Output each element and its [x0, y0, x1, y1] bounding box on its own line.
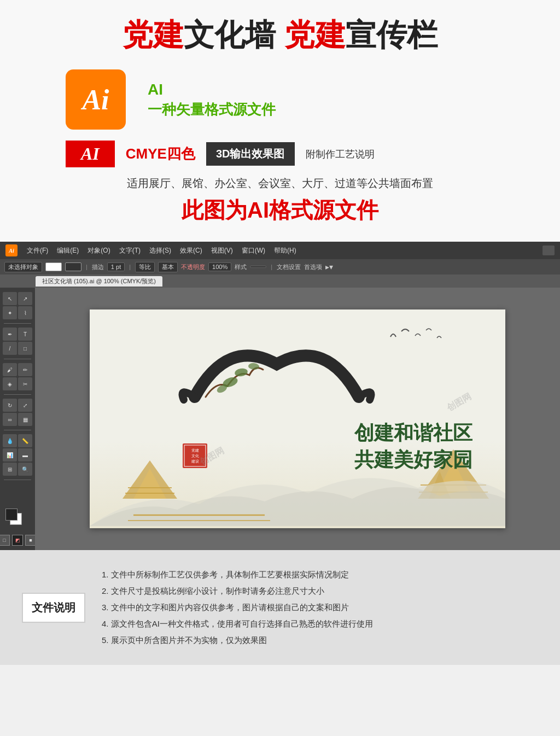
pen-tools: ✒ T / □	[2, 328, 33, 355]
note-item-5: 5. 展示页中所含图片并不为实物，仅为效果图	[102, 632, 538, 649]
graph-tools: 💧 📏 📊 ▬ ⊞ 🔍	[2, 434, 33, 476]
prefs-btn[interactable]: 首选项	[304, 263, 322, 271]
screen-mode-row: □ ◩ ■	[0, 535, 36, 546]
badge-cmyk: CMYE四色	[126, 144, 195, 163]
menu-help[interactable]: 帮助(H)	[271, 245, 299, 256]
badge-3d: 3D输出效果图	[206, 142, 295, 166]
artwork-line2: 共建美好家园	[354, 447, 472, 474]
ai-tab-bar: 社区文化墙 (105).ai @ 100% (CMYK/预览)	[0, 274, 560, 288]
ai-description: AI 一种矢量格式源文件	[148, 80, 276, 119]
line-tool[interactable]: /	[3, 342, 17, 355]
blend-tool[interactable]: ∞	[3, 413, 17, 426]
scale-tool[interactable]: ⤢	[18, 399, 32, 412]
menu-file[interactable]: 文件(F)	[24, 245, 51, 256]
magic-wand-tool[interactable]: ✦	[3, 306, 17, 319]
menu-text[interactable]: 文字(T)	[116, 245, 143, 256]
measure-tool[interactable]: 📏	[18, 434, 32, 447]
notes-list: 1. 文件中所标制作工艺仅供参考，具体制作工艺要根据实际情况制定 2. 文件尺寸…	[102, 566, 538, 649]
ai-toolbar: 未选择对象 | 描边 1 pt | 等比 基本 不透明度 100% 样式 | 文…	[0, 259, 560, 274]
ratio-select[interactable]: 等比	[135, 262, 155, 272]
artwork-line1: 创建和谐社区	[354, 420, 472, 447]
fill-swatch[interactable]	[45, 262, 62, 271]
select-tool[interactable]: ↖	[3, 292, 17, 305]
lasso-tool[interactable]: ⌇	[18, 306, 32, 319]
main-title: 党建文化墙 党建宣传栏	[33, 16, 527, 53]
stroke-swatch[interactable]	[65, 262, 81, 271]
pencil-tool[interactable]: ✏	[18, 363, 32, 376]
fill-color-swatch[interactable]	[5, 509, 18, 521]
note-item-2: 2. 文件尺寸是投稿比例缩小设计，制作时请务必注意尺寸大小	[102, 583, 538, 599]
selection-tools: ↖ ↗ ✦ ⌇	[2, 292, 33, 319]
seal-stamp: 党建 文化 建设	[183, 443, 207, 468]
stroke-label: 描边	[92, 263, 104, 271]
paintbrush-tool[interactable]: 🖌	[3, 363, 17, 376]
artwork-content: 党建 文化 建设 创建和谐社区 共建美好家园 创图网 创图网	[90, 309, 505, 528]
ai-logo-text: Ai	[82, 84, 109, 116]
style-select[interactable]	[250, 266, 266, 268]
zoom-tool[interactable]: 🔍	[18, 463, 32, 476]
scissor-tool[interactable]: ✂	[18, 377, 32, 390]
screen-mode-btn2[interactable]: ◩	[12, 535, 23, 546]
brush-tools: 🖌 ✏ ◈ ✂	[2, 363, 33, 390]
screen-mode-btn[interactable]: □	[0, 535, 10, 546]
title-red-2: 党建	[284, 17, 346, 52]
title-red-1: 党建	[122, 17, 184, 52]
menu-object[interactable]: 对象(O)	[85, 245, 113, 256]
note-item-4: 4. 源文件包含AI一种文件格式，使用者可自行选择自己熟悉的软件进行使用	[102, 616, 538, 632]
svg-text:党建: 党建	[191, 448, 199, 453]
doc-settings-btn[interactable]: 文档设置	[277, 263, 301, 271]
rotate-tool[interactable]: ↻	[3, 399, 17, 412]
ai-window: Ai 文件(F) 编辑(E) 对象(O) 文字(T) 选择(S) 效果(C) 视…	[0, 242, 560, 550]
bar-tool[interactable]: ▬	[18, 448, 32, 462]
title-black-2: 宣传栏	[346, 17, 438, 52]
artboard-tool[interactable]: ⊞	[3, 463, 17, 476]
menu-effect[interactable]: 效果(C)	[177, 245, 205, 256]
style-label: 样式	[235, 263, 247, 271]
menu-window[interactable]: 窗口(W)	[239, 245, 268, 256]
opacity-label: 不透明度	[181, 263, 205, 271]
basic-select[interactable]: 基本	[158, 262, 178, 272]
canvas-area: 党建 文化 建设 创建和谐社区 共建美好家园 创图网 创图网	[35, 288, 560, 550]
ai-workspace: ↖ ↗ ✦ ⌇ ✒ T / □	[0, 288, 560, 550]
document-tab[interactable]: 社区文化墙 (105).ai @ 100% (CMYK/预览)	[36, 276, 162, 287]
pen-tool[interactable]: ✒	[3, 328, 17, 341]
rect-tool[interactable]: □	[18, 342, 32, 355]
direct-select-tool[interactable]: ↗	[18, 292, 32, 305]
ai-app-icon: Ai	[5, 244, 18, 256]
usage-text: 适用展厅、展馆、办公室、会议室、大厅、过道等公共墙面布置	[33, 176, 527, 191]
screen-mode-btn3[interactable]: ■	[25, 535, 36, 546]
opacity-input[interactable]: 100%	[208, 262, 231, 271]
birds-decoration	[385, 326, 451, 361]
badges-row: AI CMYE四色 3D输出效果图 附制作工艺说明	[66, 141, 527, 167]
menu-view[interactable]: 视图(V)	[208, 245, 236, 256]
ai-label: AI	[148, 80, 276, 100]
menu-edit[interactable]: 编辑(E)	[54, 245, 81, 256]
graph-tool[interactable]: 📊	[3, 448, 17, 462]
status-label: 未选择对象	[4, 262, 42, 272]
gradient-tool[interactable]: ▦	[18, 413, 32, 426]
type-tool[interactable]: T	[18, 328, 32, 341]
title-black-1: 文化墙	[184, 17, 284, 52]
ai-logo-row: Ai AI 一种矢量格式源文件	[33, 69, 527, 130]
ai-menubar: Ai 文件(F) 编辑(E) 对象(O) 文字(T) 选择(S) 效果(C) 视…	[0, 242, 560, 259]
svg-text:建设: 建设	[191, 459, 199, 464]
menu-select[interactable]: 选择(S)	[147, 245, 174, 256]
eraser-tool[interactable]: ◈	[3, 377, 17, 390]
menu-items[interactable]: 文件(F) 编辑(E) 对象(O) 文字(T) 选择(S) 效果(C) 视图(V…	[24, 245, 299, 256]
artwork-main-text: 创建和谐社区 共建美好家园	[354, 420, 472, 474]
note-item-1: 1. 文件中所标制作工艺仅供参考，具体制作工艺要根据实际情况制定	[102, 566, 538, 583]
eyedropper-tool[interactable]: 💧	[3, 434, 17, 447]
tools-panel: ↖ ↗ ✦ ⌇ ✒ T / □	[0, 288, 35, 550]
ai-subtitle: 一种矢量格式源文件	[148, 100, 276, 119]
window-control-icon[interactable]	[542, 246, 555, 255]
file-note-badge: 文件说明	[22, 593, 85, 623]
color-swatches: □ ◩ ■	[0, 504, 36, 546]
stroke-input[interactable]: 1 pt	[107, 262, 125, 271]
top-section: 党建文化墙 党建宣传栏 Ai AI 一种矢量格式源文件 AI CMYE四色 3D…	[0, 0, 560, 242]
watermark-1: 创图网	[445, 392, 474, 414]
svg-text:文化: 文化	[191, 454, 199, 458]
roof-decoration	[173, 320, 381, 421]
expand-icon[interactable]: ▸▾	[325, 262, 333, 271]
bottom-section: 文件说明 1. 文件中所标制作工艺仅供参考，具体制作工艺要根据实际情况制定 2.…	[0, 550, 560, 665]
badge-note: 附制作工艺说明	[306, 148, 375, 161]
